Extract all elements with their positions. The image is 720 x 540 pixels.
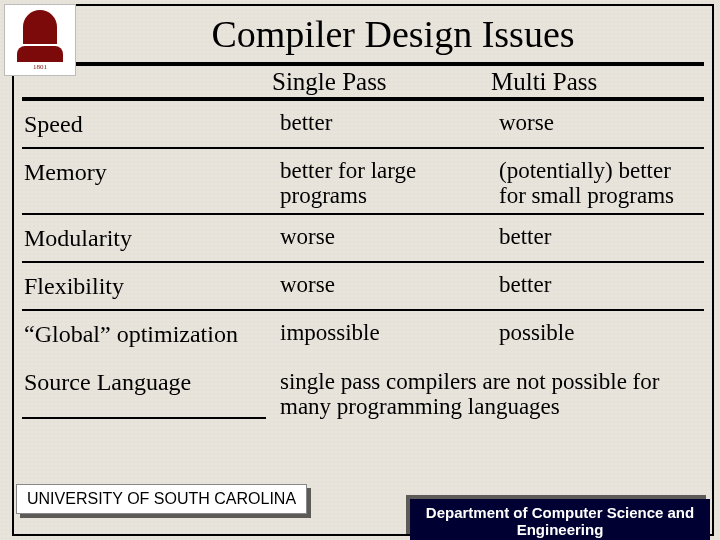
palm-icon <box>23 10 57 44</box>
cell: better <box>485 215 704 254</box>
col-single-pass: Single Pass <box>266 66 485 97</box>
table-row: Modularity worse better <box>22 215 704 263</box>
cell: impossible <box>266 311 485 350</box>
footer-department: Department of Computer Science and Engin… <box>410 499 710 541</box>
gates-icon <box>17 46 63 62</box>
slide-title: Compiler Design Issues <box>14 6 712 58</box>
table-row: “Global” optimization impossible possibl… <box>22 311 704 359</box>
row-label: Memory <box>22 149 266 190</box>
source-language-row: Source Language single pass compilers ar… <box>22 359 704 420</box>
table-row: Memory better for large programs (potent… <box>22 149 704 215</box>
table-header: Single Pass Multi Pass <box>22 62 704 101</box>
row-label: “Global” optimization <box>22 311 266 352</box>
table-row: Flexibility worse better <box>22 263 704 311</box>
cell: worse <box>266 263 485 302</box>
row-label: Speed <box>22 101 266 142</box>
cell: better for large programs <box>266 149 485 213</box>
logo-year: 1801 <box>33 63 47 71</box>
dept-line1: Department of Computer Science and <box>426 504 694 521</box>
cell: better <box>485 263 704 302</box>
footer-university: UNIVERSITY OF SOUTH CAROLINA <box>16 484 307 514</box>
cell: (potentially) better for small programs <box>485 149 704 213</box>
row-label: Modularity <box>22 215 266 256</box>
row-label: Flexibility <box>22 263 266 304</box>
cell: worse <box>485 101 704 140</box>
university-logo: 1801 <box>4 4 76 76</box>
source-note: single pass compilers are not possible f… <box>266 359 704 420</box>
col-multi-pass: Multi Pass <box>485 66 704 97</box>
cell: possible <box>485 311 704 350</box>
row-label: Source Language <box>22 359 266 420</box>
cell: better <box>266 101 485 140</box>
dept-line2: Engineering <box>517 521 604 538</box>
table-row: Speed better worse <box>22 101 704 149</box>
slide-frame: 1801 Compiler Design Issues Single Pass … <box>12 4 714 536</box>
cell: worse <box>266 215 485 254</box>
